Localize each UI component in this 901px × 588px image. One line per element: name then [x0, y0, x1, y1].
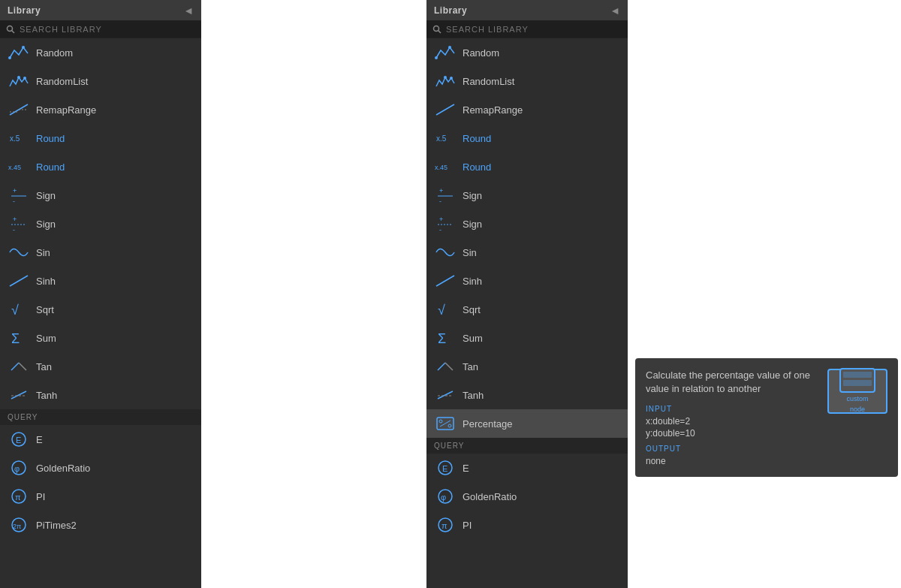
- right-search-bar[interactable]: [426, 21, 628, 38]
- list-item[interactable]: + - Sign: [0, 181, 201, 210]
- list-item[interactable]: Tan: [0, 352, 201, 381]
- left-collapse-button[interactable]: ◄: [183, 5, 194, 17]
- item-label: Sign: [463, 219, 482, 230]
- sinh-icon: [434, 272, 457, 290]
- svg-text:π: π: [15, 493, 21, 502]
- svg-text:√: √: [438, 303, 445, 318]
- list-item[interactable]: x.5 Round: [0, 124, 201, 152]
- list-item[interactable]: Tanh: [0, 381, 201, 409]
- svg-point-53: [448, 424, 451, 427]
- sin-icon: [434, 243, 457, 261]
- list-item[interactable]: + - Sign: [0, 210, 201, 238]
- svg-text:x.45: x.45: [435, 164, 447, 171]
- sign1-icon: + -: [434, 186, 457, 204]
- right-canvas-area: [628, 0, 901, 588]
- svg-point-34: [444, 76, 447, 79]
- list-item[interactable]: Tan: [426, 352, 628, 381]
- list-item[interactable]: √ Sqrt: [426, 295, 628, 324]
- remaprange-icon: [8, 101, 30, 119]
- list-item[interactable]: + - Sign: [426, 210, 628, 238]
- svg-line-51: [440, 421, 450, 427]
- list-item[interactable]: Sin: [426, 238, 628, 267]
- svg-text:φ: φ: [441, 493, 446, 502]
- svg-point-31: [448, 46, 451, 49]
- sum-icon: Σ: [8, 329, 30, 347]
- svg-point-52: [439, 420, 442, 423]
- item-label: Round: [36, 133, 65, 144]
- percentage-list-item[interactable]: Percentage: [426, 409, 628, 438]
- list-item[interactable]: x.5 Round: [426, 124, 628, 152]
- main-canvas: [201, 0, 426, 588]
- item-label: RandomList: [36, 76, 88, 87]
- svg-text:+: +: [13, 187, 17, 194]
- list-item[interactable]: φ GoldenRatio: [426, 482, 628, 511]
- svg-text:-: -: [439, 226, 441, 232]
- sign2-icon: + -: [8, 215, 30, 233]
- item-label: GoldenRatio: [36, 463, 90, 474]
- list-item[interactable]: Sin: [0, 238, 201, 267]
- left-search-bar[interactable]: [0, 21, 201, 38]
- item-label: Sign: [463, 190, 482, 201]
- e-icon: E: [434, 459, 457, 477]
- list-item[interactable]: φ GoldenRatio: [0, 454, 201, 482]
- svg-point-3: [8, 56, 11, 59]
- list-item[interactable]: 2π PiTimes2: [0, 511, 201, 539]
- list-item[interactable]: RemapRange: [0, 95, 201, 124]
- item-label: Sin: [36, 247, 50, 258]
- item-label: Round: [36, 161, 65, 173]
- left-search-input[interactable]: [20, 25, 195, 34]
- item-label: Tan: [463, 361, 478, 372]
- list-item[interactable]: π PI: [0, 482, 201, 511]
- item-label: PI: [36, 491, 45, 502]
- item-label: Sin: [463, 247, 477, 258]
- sqrt-icon: √: [434, 300, 457, 318]
- list-item[interactable]: RandomList: [0, 67, 201, 95]
- item-label: Sum: [36, 333, 56, 344]
- svg-line-47: [445, 363, 453, 370]
- svg-line-43: [436, 276, 454, 286]
- item-label: PI: [463, 520, 472, 531]
- list-item[interactable]: √ Sqrt: [0, 295, 201, 324]
- list-item[interactable]: Tanh: [426, 381, 628, 409]
- list-item[interactable]: E E: [426, 454, 628, 482]
- item-label: Tanh: [36, 390, 57, 401]
- svg-text:2π: 2π: [13, 523, 21, 530]
- svg-text:+: +: [439, 216, 443, 223]
- list-item[interactable]: E E: [0, 425, 201, 454]
- tan-icon: [8, 357, 30, 375]
- item-label: E: [463, 463, 469, 474]
- svg-point-33: [450, 77, 453, 80]
- svg-text:-: -: [13, 198, 15, 204]
- svg-point-2: [22, 46, 25, 49]
- list-item[interactable]: π PI: [426, 511, 628, 539]
- list-item[interactable]: Random: [0, 38, 201, 67]
- sign2-icon: + -: [434, 215, 457, 233]
- list-item[interactable]: Random: [426, 38, 628, 67]
- list-item[interactable]: + - Sign: [426, 181, 628, 210]
- e-icon: E: [8, 430, 30, 448]
- tooltip-popup: Calculate the percentage value of one va…: [635, 358, 898, 477]
- right-search-input[interactable]: [446, 25, 622, 34]
- list-item[interactable]: Σ Sum: [426, 324, 628, 352]
- item-label: Sqrt: [463, 304, 481, 315]
- list-item[interactable]: Σ Sum: [0, 324, 201, 352]
- list-item[interactable]: x.45 Round: [426, 152, 628, 181]
- item-label: Round: [463, 133, 491, 144]
- svg-line-14: [10, 276, 28, 286]
- list-item[interactable]: x.45 Round: [0, 152, 201, 181]
- list-item[interactable]: Sinh: [426, 267, 628, 295]
- right-collapse-button[interactable]: ◄: [610, 5, 620, 17]
- list-item[interactable]: Sinh: [0, 267, 201, 295]
- item-label: Random: [36, 47, 73, 59]
- remaprange-icon: [434, 101, 457, 119]
- svg-text:+: +: [439, 187, 443, 194]
- list-item[interactable]: RemapRange: [426, 95, 628, 124]
- svg-rect-62: [843, 380, 872, 386]
- item-label: Sinh: [463, 276, 482, 287]
- svg-point-32: [435, 56, 438, 59]
- left-library-panel: Library ◄ Random RandomList: [0, 0, 201, 588]
- tooltip-text-block: Calculate the percentage value of one va…: [646, 369, 818, 466]
- right-panel-header: Library ◄: [426, 0, 628, 21]
- randomlist-icon: [434, 72, 457, 90]
- list-item[interactable]: RandomList: [426, 67, 628, 95]
